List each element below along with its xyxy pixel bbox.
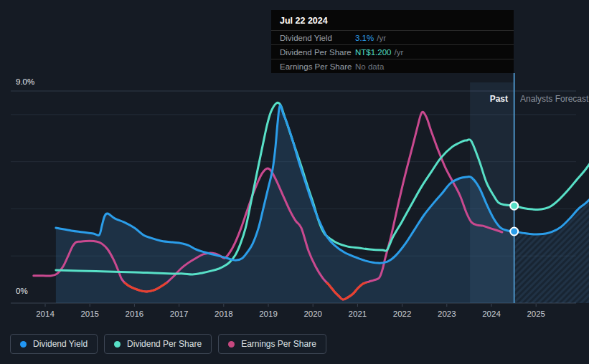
y-axis-zero-label: 0% [16, 287, 28, 295]
x-axis-year-label: 2019 [259, 310, 278, 318]
x-axis-year-label: 2021 [349, 310, 367, 318]
x-axis-year-label: 2014 [36, 310, 55, 318]
tooltip-row-label: Earnings Per Share [280, 62, 355, 71]
earnings-per-share-dot-icon [228, 341, 235, 348]
chart-legend: Dividend Yield Dividend Per Share Earnin… [10, 334, 333, 354]
dividend-chart-panel: 9.0% 0% Past Analysts Forecast 201420152… [0, 0, 589, 364]
legend-label: Dividend Yield [33, 339, 88, 349]
tooltip-row: Dividend Per Share NT$1.200 /yr [271, 44, 514, 59]
x-axis-year-label: 2024 [482, 310, 501, 318]
x-axis-year-label: 2022 [393, 310, 412, 318]
tooltip-row-suffix: /yr [395, 48, 404, 57]
tooltip-row-suffix: /yr [377, 34, 386, 42]
chart-tooltip: Jul 22 2024 Dividend Yield 3.1% /yr Divi… [271, 10, 514, 73]
x-axis-year-label: 2016 [126, 310, 144, 318]
legend-item-earnings-per-share[interactable]: Earnings Per Share [218, 334, 326, 354]
tooltip-row: Dividend Yield 3.1% /yr [271, 30, 514, 44]
today-marker-dot [510, 202, 518, 210]
past-region-label: Past [445, 94, 508, 104]
today-marker-dot [510, 228, 518, 236]
x-axis-year-label: 2018 [215, 310, 233, 318]
legend-label: Dividend Per Share [127, 339, 202, 349]
x-axis-year-label: 2025 [527, 310, 545, 318]
dividend-yield-dot-icon [20, 341, 27, 348]
legend-label: Earnings Per Share [241, 339, 316, 349]
tooltip-row-label: Dividend Yield [280, 34, 355, 42]
analysts-forecast-region-label: Analysts Forecast [520, 94, 589, 104]
y-axis-max-label: 9.0% [16, 77, 34, 86]
tooltip-date: Jul 22 2024 [271, 10, 514, 30]
tooltip-row-value: 3.1% [355, 34, 374, 42]
legend-item-dividend-per-share[interactable]: Dividend Per Share [104, 334, 212, 354]
legend-item-dividend-yield[interactable]: Dividend Yield [10, 334, 98, 354]
x-axis-year-label: 2015 [80, 310, 99, 318]
x-axis-year-label: 2020 [303, 310, 322, 318]
tooltip-row-label: Dividend Per Share [280, 48, 355, 57]
tooltip-row: Earnings Per Share No data [271, 59, 514, 73]
x-axis-year-label: 2023 [438, 310, 456, 318]
dividend-per-share-dot-icon [114, 341, 121, 348]
tooltip-row-value: No data [355, 62, 384, 71]
tooltip-row-value: NT$1.200 [355, 48, 392, 57]
x-axis-year-label: 2017 [170, 310, 189, 318]
